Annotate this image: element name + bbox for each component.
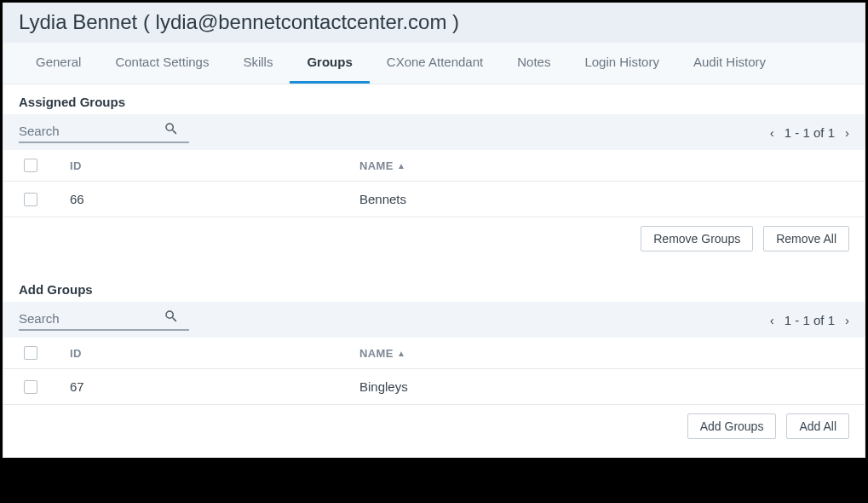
table-row: 67 Bingleys <box>3 369 865 405</box>
assigned-search-wrap <box>19 121 189 143</box>
row-checkbox[interactable] <box>24 193 37 206</box>
add-all-button[interactable]: Add All <box>786 413 849 439</box>
pager-next-icon[interactable]: › <box>845 313 849 327</box>
tab-groups[interactable]: Groups <box>290 43 369 84</box>
assigned-toolbar: ‹ 1 - 1 of 1 › <box>3 114 865 150</box>
add-table: ID NAME ▲ 67 Bingleys <box>3 338 865 405</box>
assigned-select-all-checkbox[interactable] <box>24 159 37 172</box>
add-groups-button[interactable]: Add Groups <box>687 413 777 439</box>
row-id: 66 <box>70 192 359 206</box>
sort-asc-icon: ▲ <box>397 161 405 171</box>
add-col-id[interactable]: ID <box>70 347 359 360</box>
assigned-groups-title: Assigned Groups <box>3 84 865 114</box>
row-checkbox[interactable] <box>24 380 37 394</box>
tab-bar: General Contact Settings Skills Groups C… <box>3 43 865 84</box>
assigned-table-header: ID NAME ▲ <box>3 150 865 182</box>
add-col-name[interactable]: NAME ▲ <box>359 347 849 360</box>
add-actions: Add Groups Add All <box>3 405 865 444</box>
section-divider <box>3 257 865 272</box>
add-pager: ‹ 1 - 1 of 1 › <box>770 313 849 327</box>
add-toolbar: ‹ 1 - 1 of 1 › <box>3 302 865 338</box>
assigned-pager: ‹ 1 - 1 of 1 › <box>770 125 849 140</box>
tab-general[interactable]: General <box>19 43 98 84</box>
assigned-col-id[interactable]: ID <box>70 159 359 172</box>
page-title: Lydia Bennet ( lydia@bennetcontactcenter… <box>3 3 865 43</box>
tab-audit-history[interactable]: Audit History <box>676 43 783 84</box>
row-id: 67 <box>70 379 359 394</box>
tab-notes[interactable]: Notes <box>500 43 567 84</box>
add-search-input[interactable] <box>19 311 164 326</box>
row-name: Bennets <box>359 192 849 206</box>
user-detail-panel: Lydia Bennet ( lydia@bennetcontactcenter… <box>3 3 865 458</box>
remove-all-button[interactable]: Remove All <box>763 226 849 252</box>
tab-skills[interactable]: Skills <box>226 43 290 84</box>
search-icon[interactable] <box>164 309 179 327</box>
assigned-col-name[interactable]: NAME ▲ <box>359 159 849 172</box>
assigned-col-name-label: NAME <box>359 159 394 172</box>
assigned-search-input[interactable] <box>19 124 164 138</box>
add-table-header: ID NAME ▲ <box>3 338 865 369</box>
assigned-actions: Remove Groups Remove All <box>3 217 865 257</box>
add-search-wrap <box>19 309 189 331</box>
tab-login-history[interactable]: Login History <box>567 43 676 84</box>
assigned-table: ID NAME ▲ 66 Bennets <box>3 150 865 217</box>
add-col-name-label: NAME <box>359 347 394 360</box>
pager-prev-icon[interactable]: ‹ <box>770 313 774 327</box>
tab-cxone-attendant[interactable]: CXone Attendant <box>370 43 500 84</box>
assigned-pager-text: 1 - 1 of 1 <box>785 125 835 140</box>
pager-prev-icon[interactable]: ‹ <box>770 125 774 140</box>
remove-groups-button[interactable]: Remove Groups <box>641 226 753 252</box>
search-icon[interactable] <box>164 121 179 140</box>
sort-asc-icon: ▲ <box>397 349 405 358</box>
add-groups-title: Add Groups <box>3 272 865 302</box>
add-pager-text: 1 - 1 of 1 <box>785 313 835 327</box>
add-select-all-checkbox[interactable] <box>24 346 37 360</box>
tab-contact-settings[interactable]: Contact Settings <box>98 43 226 84</box>
pager-next-icon[interactable]: › <box>845 125 849 140</box>
table-row: 66 Bennets <box>3 182 865 217</box>
row-name: Bingleys <box>359 379 849 394</box>
